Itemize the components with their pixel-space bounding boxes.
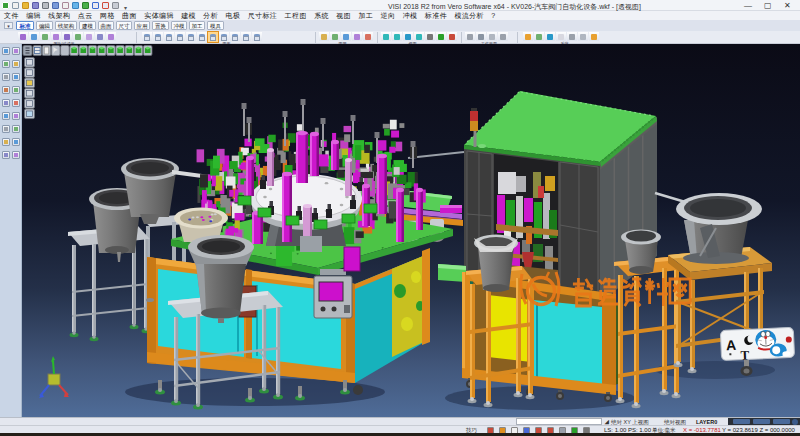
svg-text:A: A: [726, 337, 737, 353]
svg-text:T: T: [740, 347, 750, 362]
